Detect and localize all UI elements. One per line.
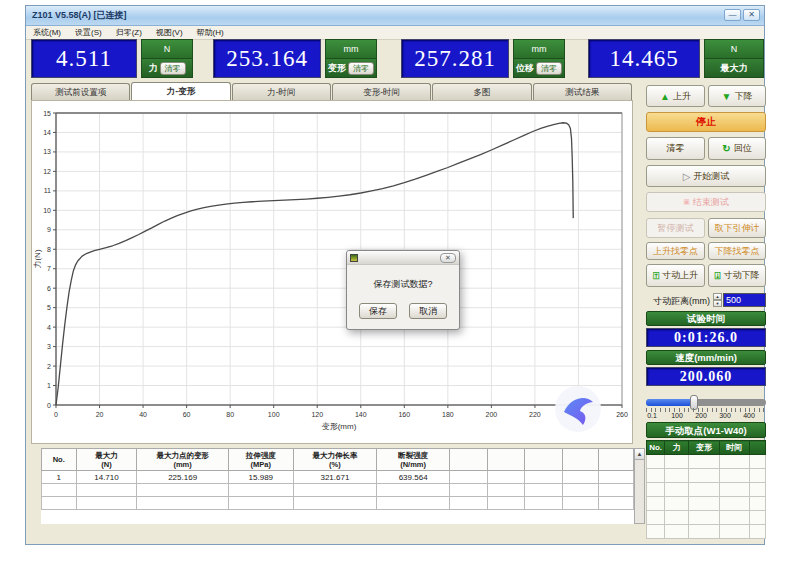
results-col-header bbox=[525, 449, 563, 471]
slider-tick-label: 400 bbox=[737, 412, 761, 419]
maxforce-label: 最大力 bbox=[721, 62, 748, 75]
svg-text:10: 10 bbox=[43, 207, 51, 214]
tab-pretest-settings[interactable]: 测试前设置项 bbox=[31, 83, 130, 100]
results-table-cell bbox=[525, 484, 563, 497]
tab-force-deformation[interactable]: 力-变形 bbox=[131, 82, 230, 100]
dialog-close-button[interactable]: ✕ bbox=[440, 253, 456, 263]
results-table-cell bbox=[450, 471, 488, 484]
svg-text:100: 100 bbox=[268, 411, 280, 418]
jog-down-arrow-icon: ⍗ bbox=[715, 270, 721, 282]
y-axis-label: 力(N) bbox=[33, 249, 42, 268]
pause-test-button[interactable]: 暂停测试 bbox=[646, 218, 705, 238]
up-button[interactable]: ▲ 上升 bbox=[646, 85, 705, 107]
manual-table-cell bbox=[647, 511, 665, 525]
stop-square-icon: ▣ bbox=[683, 198, 690, 206]
return-arrow-icon: ↻ bbox=[722, 143, 730, 154]
force-clear-button[interactable]: 清零 bbox=[160, 62, 186, 75]
results-table-cell bbox=[525, 471, 563, 484]
return-button[interactable]: ↻ 回位 bbox=[708, 137, 766, 160]
manual-table-cell bbox=[749, 483, 765, 497]
results-table-cell bbox=[599, 484, 634, 497]
svg-text:8: 8 bbox=[47, 246, 51, 253]
results-table-cell bbox=[487, 497, 525, 510]
results-table-cell bbox=[487, 471, 525, 484]
menu-item-settings[interactable]: 设置(S) bbox=[68, 27, 109, 38]
manual-table-row bbox=[647, 497, 766, 511]
results-table-row bbox=[42, 497, 634, 510]
app-window: Z101 V5.58(A) [已连接] — ✕ 系统(M) 设置(S) 归零(Z… bbox=[25, 5, 765, 545]
menu-item-view[interactable]: 视图(V) bbox=[149, 27, 190, 38]
down-find-zero-button[interactable]: 下降找零点 bbox=[708, 242, 766, 260]
stop-button[interactable]: 停止 bbox=[646, 112, 766, 132]
maxforce-unit: N bbox=[705, 40, 763, 59]
tab-test-results[interactable]: 测试结果 bbox=[533, 83, 632, 100]
title-bar: Z101 V5.58(A) [已连接] — ✕ bbox=[26, 6, 764, 26]
down-button[interactable]: ▼ 下降 bbox=[708, 85, 766, 107]
results-col-header: 断裂强度(N/mm) bbox=[377, 449, 450, 471]
menu-item-system[interactable]: 系统(M) bbox=[26, 27, 68, 38]
manual-col-header: 时间 bbox=[719, 441, 749, 455]
force-deformation-chart: 0204060801001201401601802002202402600123… bbox=[31, 100, 633, 444]
jog-up-button[interactable]: ⍐ 寸动上升 bbox=[646, 264, 705, 287]
force-label: 力 bbox=[149, 62, 158, 75]
menu-item-help[interactable]: 帮助(H) bbox=[190, 27, 231, 38]
window-title: Z101 V5.58(A) [已连接] bbox=[26, 9, 127, 22]
up-find-zero-button[interactable]: 上升找零点 bbox=[646, 242, 705, 260]
manual-table-row bbox=[647, 455, 766, 469]
menu-bar: 系统(M) 设置(S) 归零(Z) 视图(V) 帮助(H) bbox=[26, 26, 764, 40]
remove-extensometer-button[interactable]: 取下引伸计 bbox=[708, 218, 766, 238]
manual-table-cell bbox=[647, 525, 665, 539]
scroll-up-icon[interactable]: ▲ bbox=[635, 449, 644, 460]
results-col-header: 拉伸强度(MPa) bbox=[228, 449, 293, 471]
dialog-cancel-button[interactable]: 取消 bbox=[409, 303, 447, 319]
results-table-cell bbox=[228, 497, 293, 510]
start-test-button[interactable]: ▷ 开始测试 bbox=[646, 165, 766, 187]
results-table-cell bbox=[599, 471, 634, 484]
clear-button[interactable]: 清零 bbox=[646, 137, 705, 160]
results-scrollbar[interactable]: ▲ bbox=[634, 448, 645, 524]
manual-col-header: No. bbox=[647, 441, 665, 455]
results-table-cell: 14.710 bbox=[76, 471, 137, 484]
manual-table-cell bbox=[665, 469, 689, 483]
jog-distance-stepper[interactable]: ▲ ▼ bbox=[713, 293, 722, 307]
results-col-header: 最大力伸长率(%) bbox=[293, 449, 376, 471]
dialog-title-bar: ✕ bbox=[347, 251, 459, 265]
svg-text:180: 180 bbox=[442, 411, 454, 418]
tab-deformation-time[interactable]: 变形-时间 bbox=[332, 83, 431, 100]
displacement-unit-panel: mm 位移 清零 bbox=[513, 39, 565, 78]
dialog-app-icon bbox=[350, 254, 358, 262]
results-table-cell bbox=[137, 497, 228, 510]
slider-tick-label: 100 bbox=[665, 412, 689, 419]
results-area: No.最大力(N)最大力点的变形(mm)拉伸强度(MPa)最大力伸长率(%)断裂… bbox=[41, 448, 645, 524]
manual-points-table: No.力变形时间 bbox=[646, 440, 766, 539]
stepper-up-icon[interactable]: ▲ bbox=[713, 293, 722, 300]
tab-multi-graph[interactable]: 多图 bbox=[432, 83, 531, 100]
tab-force-time[interactable]: 力-时间 bbox=[232, 83, 331, 100]
force-unit-panel: N 力 清零 bbox=[141, 39, 193, 78]
close-button[interactable]: ✕ bbox=[743, 9, 760, 21]
jog-down-button[interactable]: ⍗ 寸动下降 bbox=[708, 264, 766, 287]
manual-col-header: 变形 bbox=[689, 441, 719, 455]
displacement-clear-button[interactable]: 清零 bbox=[536, 62, 562, 75]
svg-text:60: 60 bbox=[183, 411, 191, 418]
stepper-down-icon[interactable]: ▼ bbox=[713, 300, 722, 307]
up-arrow-icon: ▲ bbox=[660, 91, 670, 102]
manual-table-cell bbox=[665, 511, 689, 525]
manual-table-cell bbox=[689, 483, 719, 497]
speed-slider-fill bbox=[646, 399, 694, 406]
deformation-clear-button[interactable]: 清零 bbox=[348, 62, 374, 75]
results-table-cell bbox=[76, 497, 137, 510]
end-test-button[interactable]: ▣ 结束测试 bbox=[646, 192, 766, 212]
minimize-button[interactable]: — bbox=[724, 9, 741, 21]
svg-text:20: 20 bbox=[96, 411, 104, 418]
dialog-save-button[interactable]: 保存 bbox=[359, 303, 397, 319]
jog-distance-input[interactable] bbox=[723, 293, 766, 307]
maxforce-unit-panel: N 最大力 bbox=[704, 39, 764, 78]
menu-item-zero[interactable]: 归零(Z) bbox=[109, 27, 149, 38]
svg-text:1: 1 bbox=[47, 382, 51, 389]
manual-table-cell bbox=[647, 455, 665, 469]
results-table-cell bbox=[293, 484, 376, 497]
manual-table-cell bbox=[749, 511, 765, 525]
deformation-unit: mm bbox=[326, 40, 376, 59]
speed-slider-track[interactable] bbox=[646, 399, 766, 406]
